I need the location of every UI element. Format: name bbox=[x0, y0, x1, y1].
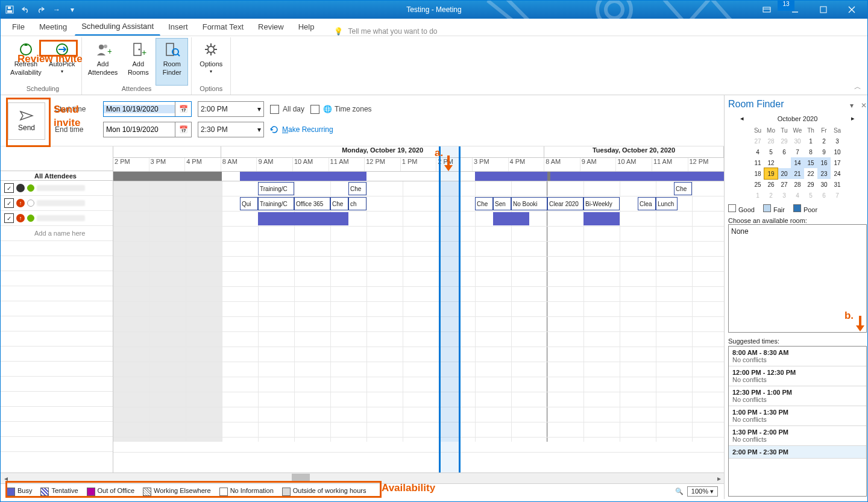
tell-me-input[interactable]: Tell me what you want to do bbox=[348, 27, 437, 36]
mini-cal-day[interactable]: 19 bbox=[764, 168, 778, 179]
mini-cal-day[interactable]: 7 bbox=[831, 190, 844, 201]
search-icon[interactable]: 🔍 bbox=[675, 488, 684, 495]
add-attendee-input[interactable]: Add a name here bbox=[1, 226, 113, 241]
add-rooms-button[interactable]: +AddRooms bbox=[122, 39, 154, 85]
mini-cal-day[interactable]: 7 bbox=[791, 146, 804, 157]
timezones-checkbox[interactable]: 🌐Time zones bbox=[310, 105, 372, 114]
mini-cal-day[interactable]: 16 bbox=[817, 157, 831, 168]
room-list[interactable]: None bbox=[728, 224, 867, 333]
mini-cal-day[interactable]: 30 bbox=[817, 179, 831, 190]
mini-cal-day[interactable]: 1 bbox=[751, 190, 764, 201]
room-finder-button[interactable]: RoomFinder bbox=[156, 38, 188, 86]
mini-cal-day[interactable]: 15 bbox=[804, 157, 817, 168]
mini-cal-day[interactable]: 8 bbox=[804, 146, 817, 157]
suggested-time[interactable]: 1:30 PM - 2:00 PMNo conflicts bbox=[729, 426, 866, 446]
mini-cal-day[interactable]: 24 bbox=[831, 168, 844, 179]
make-recurring-link[interactable]: Make Recurring bbox=[270, 125, 333, 134]
attendee-column: All Attendees ✓✓↑✓↑Add a name here bbox=[1, 146, 113, 472]
horizontal-scrollbar[interactable]: ◂▸ bbox=[1, 472, 724, 483]
zoom-select[interactable]: 100% ▾ bbox=[687, 486, 718, 497]
mini-cal-day[interactable]: 31 bbox=[831, 179, 844, 190]
tab-meeting[interactable]: Meeting bbox=[33, 19, 74, 36]
mini-cal-day[interactable]: 6 bbox=[817, 190, 831, 201]
end-date-input[interactable]: 📅 bbox=[103, 122, 192, 137]
tab-file[interactable]: File bbox=[5, 19, 31, 36]
allday-checkbox[interactable]: All day bbox=[270, 105, 304, 114]
window-title: Testing - Meeting bbox=[1, 5, 867, 14]
end-time-select[interactable]: 2:30 PM▾ bbox=[198, 122, 264, 137]
mini-cal-day[interactable]: 28 bbox=[791, 179, 804, 190]
mini-cal-day[interactable]: 5 bbox=[764, 146, 778, 157]
refresh-availability-button[interactable]: RefreshAvailability bbox=[8, 39, 44, 85]
ribbon: RefreshAvailabilityAutoPick▾Scheduling+A… bbox=[1, 36, 867, 95]
start-time-select[interactable]: 2:00 PM▾ bbox=[198, 101, 264, 117]
suggested-time[interactable]: 1:00 PM - 1:30 PMNo conflicts bbox=[729, 406, 866, 426]
svg-point-9 bbox=[99, 45, 104, 49]
mini-cal-day[interactable]: 21 bbox=[791, 168, 804, 179]
maximize-button[interactable] bbox=[810, 1, 837, 19]
mini-cal-day[interactable]: 23 bbox=[817, 168, 831, 179]
mini-cal-day[interactable]: 26 bbox=[764, 179, 778, 190]
mini-cal-day[interactable]: 2 bbox=[817, 136, 831, 146]
end-time-label: End time bbox=[55, 125, 97, 134]
autopick-button[interactable]: AutoPick▾ bbox=[46, 39, 78, 85]
mini-cal-day[interactable]: 4 bbox=[751, 146, 764, 157]
close-button[interactable] bbox=[838, 1, 865, 19]
dropdown-icon[interactable]: ▾ bbox=[850, 101, 854, 110]
mini-cal-day[interactable]: 30 bbox=[791, 136, 804, 146]
suggested-time[interactable]: 12:00 PM - 12:30 PMNo conflicts bbox=[729, 366, 866, 386]
prev-month-icon[interactable]: ◂ bbox=[740, 115, 744, 122]
mini-cal-day[interactable]: 14 bbox=[791, 157, 804, 168]
mini-cal-day[interactable]: 11 bbox=[751, 157, 764, 168]
calendar-icon[interactable]: 📅 bbox=[175, 122, 191, 137]
mini-cal-day[interactable]: 12 bbox=[764, 157, 778, 168]
room-finder-pane: Room Finder ▾ ✕ ◂ October 2020 ▸ SuMoTuW… bbox=[724, 95, 868, 499]
attendee-row[interactable]: ✓↑ bbox=[1, 196, 113, 211]
mini-cal-day[interactable]: 2 bbox=[764, 190, 778, 201]
mini-cal-day[interactable]: 1 bbox=[804, 136, 817, 146]
attendee-row[interactable]: ✓ bbox=[1, 181, 113, 196]
suggested-time[interactable]: 12:30 PM - 1:00 PMNo conflicts bbox=[729, 386, 866, 406]
mini-cal-day[interactable]: 9 bbox=[817, 146, 831, 157]
options-button[interactable]: Options▾ bbox=[195, 39, 227, 85]
mini-cal-day[interactable]: 27 bbox=[751, 136, 764, 146]
tab-review[interactable]: Review bbox=[251, 19, 291, 36]
tab-format-text[interactable]: Format Text bbox=[196, 19, 250, 36]
mini-cal-day[interactable]: 29 bbox=[778, 136, 791, 146]
lightbulb-icon: 💡 bbox=[334, 27, 343, 36]
tab-scheduling-assistant[interactable]: Scheduling Assistant bbox=[75, 19, 160, 36]
collapse-ribbon-icon[interactable]: ︿ bbox=[852, 80, 864, 95]
mini-cal-day[interactable]: 4 bbox=[791, 190, 804, 201]
mini-cal-day[interactable]: 28 bbox=[764, 136, 778, 146]
mini-cal-day[interactable]: 5 bbox=[804, 190, 817, 201]
next-month-icon[interactable]: ▸ bbox=[851, 115, 855, 122]
mini-cal-day[interactable]: 27 bbox=[778, 179, 791, 190]
calendar-icon[interactable]: 📅 bbox=[175, 102, 191, 116]
mini-cal-day[interactable]: 20 bbox=[778, 168, 791, 179]
mini-cal-day[interactable]: 3 bbox=[831, 136, 844, 146]
start-date-input[interactable]: 📅 bbox=[103, 101, 192, 117]
mini-cal-day[interactable]: 22 bbox=[804, 168, 817, 179]
send-button[interactable]: Send bbox=[8, 102, 45, 140]
all-attendees-header: All Attendees bbox=[1, 171, 113, 181]
suggested-time[interactable]: 8:00 AM - 8:30 AMNo conflicts bbox=[729, 347, 866, 366]
tab-help[interactable]: Help bbox=[292, 19, 321, 36]
mini-cal-day[interactable]: 25 bbox=[751, 179, 764, 190]
mini-cal-day[interactable]: 6 bbox=[778, 146, 791, 157]
mini-cal-day[interactable]: 18 bbox=[751, 168, 764, 179]
close-icon[interactable]: ✕ bbox=[861, 101, 867, 110]
mini-cal-day[interactable]: 29 bbox=[804, 179, 817, 190]
ribbon-display-icon[interactable] bbox=[753, 1, 780, 19]
mini-cal-day[interactable]: 10 bbox=[831, 146, 844, 157]
minimize-button[interactable] bbox=[781, 1, 808, 19]
attendee-row[interactable]: ✓↑ bbox=[1, 211, 113, 226]
availability-grid[interactable]: Monday, October 19, 2020Tuesday, October… bbox=[113, 146, 724, 472]
add-attendees-button[interactable]: +AddAttendees bbox=[86, 39, 121, 85]
mini-cal-day[interactable]: 3 bbox=[778, 190, 791, 201]
suggested-time[interactable]: 2:00 PM - 2:30 PM bbox=[729, 446, 866, 459]
tab-insert[interactable]: Insert bbox=[162, 19, 195, 36]
mini-cal-month: October 2020 bbox=[778, 115, 818, 122]
suggested-times-list[interactable]: 8:00 AM - 8:30 AMNo conflicts12:00 PM - … bbox=[728, 346, 867, 497]
mini-cal-day[interactable]: 17 bbox=[831, 157, 844, 168]
mini-calendar[interactable]: ◂ October 2020 ▸ SuMoTuWeThFrSa272829301… bbox=[728, 113, 867, 201]
